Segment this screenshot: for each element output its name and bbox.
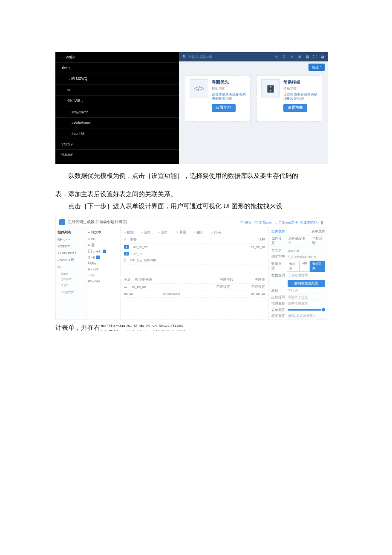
prop-label: 表单宽度 [271, 308, 286, 312]
check-row[interactable]: a 咀 [88, 243, 118, 247]
prop-value[interactable]: 请选择下拉选 [288, 295, 325, 300]
copy-code-action[interactable]: ⧉ 复制代码 [300, 220, 317, 225]
canvas-row[interactable]: 2 ##_## [124, 250, 265, 257]
canvas-row[interactable]: 3 #/T_App_M跨#RF [124, 257, 265, 264]
prop-value[interactable]: F_CreateUserName [288, 255, 325, 259]
prop-label: 标题 [271, 289, 286, 293]
tree-item[interactable]: #at«4Mr [55, 128, 179, 139]
fullscreen-icon[interactable]: ⛶ [313, 55, 317, 59]
tree-item[interactable]: ♦fwiα [55, 63, 179, 73]
component-palette: 组件列表 RM ○ « « XOSSᴴᴹ ++186/19?11 •Inas53… [56, 227, 86, 320]
subtab-regex[interactable]: 正则校验 [312, 237, 325, 245]
width-slider[interactable] [288, 309, 325, 311]
tree-item[interactable]: Φ [55, 85, 179, 96]
prop-label: 英文名 [271, 249, 286, 253]
step-select2[interactable]: ○ 选择… [158, 230, 171, 235]
global-search[interactable]: 🔍 请输入搜索内容 [182, 55, 271, 59]
delete-icon[interactable]: 🗑 [320, 220, 324, 225]
checkbox-icon[interactable] [88, 250, 92, 253]
seg-api[interactable]: API [300, 261, 309, 272]
prop-label: 占位提示 [271, 295, 286, 299]
prop-value[interactable]: channel [288, 249, 325, 253]
tree-item[interactable]: O5^%% - [55, 160, 179, 164]
checkbox-icon[interactable] [103, 250, 106, 253]
seg-dict[interactable]: 数据字典 [310, 261, 326, 272]
tree-item[interactable]: ≡mwt%m" [55, 107, 179, 118]
config-button[interactable]: 设置功能 [212, 104, 236, 112]
row-badge [124, 287, 127, 288]
subtab-attrs[interactable]: 属性设置 [271, 237, 284, 245]
grid-icon[interactable]: ▦ [305, 55, 309, 59]
view-json-action[interactable]: ◎ 查看json [254, 220, 272, 225]
tree-item[interactable]: ≡Wdκt5umκ [55, 118, 179, 128]
tree-item[interactable]: VM::\'9 [55, 139, 179, 150]
prop-value[interactable]: 组件描述标签 [288, 302, 325, 306]
palette-sub[interactable]: @9]>3C [61, 278, 84, 281]
tree-item[interactable]: ΦKftWB， [55, 96, 179, 107]
step-select[interactable]: ○ 选择… [141, 230, 154, 235]
row-badge: 2 [124, 252, 129, 256]
prop-value[interactable]: =默认与表单宽度= [288, 314, 325, 319]
palette-sub[interactable]: 0 例? [61, 283, 84, 288]
palette-item[interactable]: XOSSᴴᴹ [58, 244, 84, 248]
prop-value[interactable]: 下拉选 [288, 289, 325, 293]
card-title: 界面优先 [212, 79, 246, 85]
canvas-row[interactable]: 1 ##_##_## ##_##_## [124, 244, 265, 250]
template-cards: </> 界面优先 模板功能 设置生成单表或多表的增删改查功能 设置功能 🗄️ 简… [179, 73, 328, 124]
step-ui[interactable]: ☆ 界面… [175, 230, 190, 235]
check-row[interactable]: —W [88, 273, 118, 277]
tab-form-props[interactable]: 表单属性 [311, 229, 325, 234]
screenshot-template-chooser: ==Wttjl2 ♦fwiα ，的 MZWQ Φ ΦKftWB， ≡mwt%m"… [55, 52, 328, 164]
datasource-segment[interactable]: 数据源 API 数据字典 [287, 261, 325, 272]
message-icon[interactable]: ✉ [297, 55, 302, 59]
tab-component-props[interactable]: 组件属性 [271, 229, 285, 234]
palette-sub[interactable]: Drsw- [61, 272, 84, 275]
palette-item[interactable]: •Inas533 线 [58, 258, 84, 262]
new-bar: 新建 ˅ [179, 61, 328, 73]
avatar-icon[interactable]: ◕ [320, 55, 325, 59]
bell-icon[interactable]: ♗ [290, 55, 294, 59]
cart-icon[interactable]: ♖ [282, 55, 286, 59]
check-row[interactable]: » CR [88, 237, 118, 241]
export-vue-action[interactable]: ⭳ 导出vue文件 [274, 220, 298, 225]
new-button[interactable]: 新建 ˅ [308, 64, 325, 71]
designer-canvas[interactable]: ○ 数据… ○ 选择… ○ 选择… ☆ 界面… ○ 输出… ○ 代码… # 事务… [121, 227, 269, 320]
tree-item[interactable]: ==Wttjl2 [55, 52, 179, 63]
check-row[interactable]: ʲ RFam [88, 262, 118, 265]
palette-item[interactable]: ++186/19?11 [58, 251, 84, 255]
body-paragraph: 计表单，并在右侧进行组件及表单的属性设置。 [55, 322, 337, 334]
step-code[interactable]: ○ 代码… [211, 230, 224, 235]
check-row[interactable]: r:»k® [88, 250, 118, 253]
subtab-events[interactable]: 组件触发事件 [288, 237, 308, 245]
check-row[interactable]: Ξ »£ [88, 256, 118, 259]
checkbox-icon[interactable] [96, 256, 100, 259]
step-output[interactable]: ○ 输出… [194, 230, 207, 235]
prop-label: 绑定字段 [271, 255, 286, 259]
palette-item[interactable]: RM ○ « « [58, 238, 84, 241]
palette-sub[interactable]: E幻剧为® [61, 290, 84, 294]
prop-label: 标签宽度 [271, 314, 286, 318]
save-action[interactable]: ◎ 保存 [240, 220, 251, 225]
designer-title: 在线代码生成器 并自动创建代码(前… [68, 220, 131, 225]
card-desc: 设置生成单表或多表的增删改查功能 [212, 93, 246, 102]
palette-item[interactable]: E> [58, 265, 84, 269]
screenshot-form-designer: 在线代码生成器 并自动创建代码(前… ◎ 保存 ◎ 查看json ⭳ 导出vue… [55, 218, 328, 320]
check-row[interactable]: RW<%# [88, 279, 118, 283]
user-icon[interactable]: ♔ [274, 55, 279, 59]
check-row[interactable]: 0 »»1® [88, 267, 118, 271]
step-data[interactable]: ○ 数据… [124, 230, 137, 235]
tree-item[interactable]: ^MMcS [55, 150, 179, 160]
card-subtitle: 模板功能 [212, 86, 246, 91]
row-badge: 1 [124, 245, 129, 249]
shot1-right-pane: 🔍 请输入搜索内容 ♔ ♖ ♗ ✉ ▦ ⛶ ◕ 新建 ˅ </> 界面优先 [179, 52, 328, 164]
canvas-header-row: # 事务 详解 [124, 236, 265, 244]
tree-item[interactable]: ，的 MZWQ [55, 73, 179, 85]
link-datasource-button[interactable]: 联想数据源配置 [288, 280, 325, 287]
subtable-row[interactable]: ##_##_## 不可设置 不可设置 [124, 284, 265, 291]
seg-db[interactable]: 数据源 [287, 261, 300, 272]
canvas-bottom-row[interactable]: ##_## Tes##SlaM1 ##_##_## [124, 291, 265, 298]
prop-value[interactable]: 工具处理方式 [288, 273, 325, 278]
card-desc: 设置生成单表或多表的增删改查功能 [283, 93, 317, 102]
config-button[interactable]: 设置功能 [283, 104, 307, 112]
app-logo-icon [59, 219, 65, 225]
